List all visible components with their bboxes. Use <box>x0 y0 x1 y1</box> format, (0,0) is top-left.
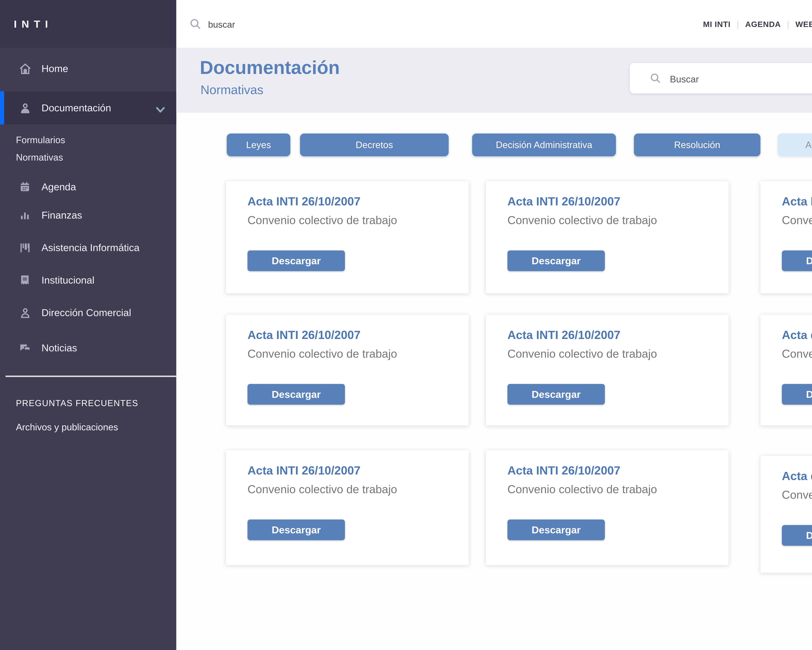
download-button[interactable]: Descargar <box>247 520 345 540</box>
sidebar-item-institucional[interactable]: Institucional <box>0 264 176 296</box>
document-card: Acta INTI 26/10/2007 Convenio colectivo … <box>226 181 469 293</box>
page-subtitle: Normativas <box>200 83 263 98</box>
card-subtitle: Convenio colectivo de trabajo <box>782 488 812 502</box>
document-card: Acta INTI 26/10/2007 Convenio colectivo … <box>226 450 469 565</box>
filter-decretos[interactable]: Decretos <box>300 133 449 156</box>
card-title: Acta INTI 26/10/2007 <box>507 464 620 478</box>
card-title: Acta INTI 26/10/2007 <box>247 195 360 209</box>
calendar-icon <box>17 180 33 193</box>
card-title: Acta de entendimiento LCT <box>782 329 812 343</box>
document-card: Acta de entendimiento LCT Convenio colec… <box>760 315 812 425</box>
card-subtitle: Convenio colectivo de trabajo <box>782 347 812 361</box>
chevron-down-icon[interactable] <box>156 104 165 116</box>
card-title: Acta INTI 26/10/2007 <box>247 329 360 343</box>
sidebar-item-label: Noticias <box>41 343 77 353</box>
document-card: Acta de entendimiento Jubilaciones Conve… <box>760 456 812 573</box>
link-separator: | <box>737 19 739 29</box>
sidebar-item-label: Finanzas <box>41 210 82 221</box>
filter-acta[interactable]: Acta <box>778 133 812 156</box>
sidebar-item-finanzas[interactable]: Finanzas <box>0 199 176 231</box>
download-button[interactable]: Descargar <box>782 251 812 271</box>
document-card: Acta INTI 26/10/2007 Convenio colectivo … <box>486 181 728 293</box>
card-title: Acta de entendimiento Jubilaciones <box>782 470 812 483</box>
document-card: Acta INTI 26/10/2007 Convenio colectivo … <box>486 315 728 425</box>
card-subtitle: Convenio colectivo de trabajo <box>782 214 812 227</box>
sidebar-item-noticias[interactable]: Noticias <box>0 332 176 364</box>
document-card: Acta INTI 26/10/2007 Convenio colectivo … <box>486 450 728 565</box>
section-search-input[interactable] <box>669 66 812 91</box>
card-subtitle: Convenio colectivo de trabajo <box>247 214 397 227</box>
card-title: Acta INTI complementaria 26/10/2007 <box>782 195 812 209</box>
card-subtitle: Convenio colectivo de trabajo <box>507 483 657 496</box>
sidebar-subitem-label: Formularios <box>16 135 65 145</box>
barcode-icon <box>17 242 33 254</box>
sidebar-subitem-label: Normativas <box>16 152 63 162</box>
download-button[interactable]: Descargar <box>782 384 812 405</box>
link-separator: | <box>787 19 789 29</box>
inti-logo: INTI <box>14 18 53 30</box>
document-card: Acta INTI 26/10/2007 Convenio colectivo … <box>226 315 469 425</box>
faq-heading[interactable]: PREGUNTAS FRECUENTES <box>16 395 138 411</box>
search-icon <box>649 72 662 87</box>
sidebar-subitem-normativas[interactable]: Normativas <box>0 149 176 166</box>
card-subtitle: Convenio colectivo de trabajo <box>247 483 397 496</box>
link-agenda[interactable]: AGENDA <box>745 20 781 28</box>
download-button[interactable]: Descargar <box>507 384 605 405</box>
sidebar-item-label: Home <box>41 63 68 74</box>
bar-chart-icon <box>17 209 33 222</box>
page-header: Documentación Normativas <box>176 48 812 113</box>
global-search-input[interactable] <box>207 12 417 37</box>
sidebar-divider <box>6 376 176 377</box>
sidebar-item-home[interactable]: Home <box>0 53 176 84</box>
sidebar-item-label: Agenda <box>41 181 76 192</box>
selected-indicator <box>0 91 4 124</box>
sidebar-item-label: Dirección Comercial <box>41 307 131 318</box>
quick-links: MI INTI | AGENDA | WEBMAIL | GDE | CRM <box>703 0 812 48</box>
link-mi-inti[interactable]: MI INTI <box>703 20 731 28</box>
sidebar-subitem-formularios[interactable]: Formularios <box>0 132 176 149</box>
card-subtitle: Convenio colectivo de trabajo <box>247 347 397 361</box>
card-title: Acta INTI 26/10/2007 <box>507 329 620 343</box>
card-subtitle: Convenio colectivo de trabajo <box>507 214 657 227</box>
download-button[interactable]: Descargar <box>782 525 812 546</box>
filter-leyes[interactable]: Leyes <box>227 133 290 156</box>
app-root: INTI Home Documentación <box>0 0 812 650</box>
download-button[interactable]: Descargar <box>247 251 345 271</box>
filter-decision-administrativa[interactable]: Decisión Administrativa <box>472 133 616 156</box>
home-icon <box>17 62 33 75</box>
download-button[interactable]: Descargar <box>507 520 605 540</box>
card-title: Acta INTI 26/10/2007 <box>247 464 360 478</box>
sidebar-item-asistencia-informatica[interactable]: Asistencia Informática <box>0 232 176 263</box>
person-icon <box>17 306 33 319</box>
sidebar: INTI Home Documentación <box>0 0 176 650</box>
card-subtitle: Convenio colectivo de trabajo <box>507 347 657 361</box>
chat-icon <box>17 341 33 355</box>
sidebar-item-label: Asistencia Informática <box>41 242 139 253</box>
page-title: Documentación <box>200 57 340 79</box>
download-button[interactable]: Descargar <box>247 384 345 405</box>
filter-resolucion[interactable]: Resolución <box>634 133 760 156</box>
sidebar-item-label: Documentación <box>41 102 111 113</box>
search-icon <box>189 17 202 33</box>
card-title: Acta INTI 26/10/2007 <box>507 195 620 209</box>
sidebar-item-direccion-comercial[interactable]: Dirección Comercial <box>0 297 176 329</box>
sidebar-item-documentacion[interactable]: Documentación <box>0 91 176 124</box>
topbar: MI INTI | AGENDA | WEBMAIL | GDE | CRM J… <box>176 0 812 48</box>
section-search-box <box>630 63 812 93</box>
document-card: Acta INTI complementaria 26/10/2007 Conv… <box>760 181 812 293</box>
receipt-icon <box>17 274 33 286</box>
sidebar-item-agenda[interactable]: Agenda <box>0 171 176 203</box>
logo-band: INTI <box>0 0 176 48</box>
sidebar-item-archivos[interactable]: Archivos y publicaciones <box>16 418 118 435</box>
sidebar-item-label: Institucional <box>41 275 95 286</box>
link-webmail[interactable]: WEBMAIL <box>795 20 812 28</box>
download-button[interactable]: Descargar <box>507 251 605 271</box>
person-icon <box>17 101 33 115</box>
